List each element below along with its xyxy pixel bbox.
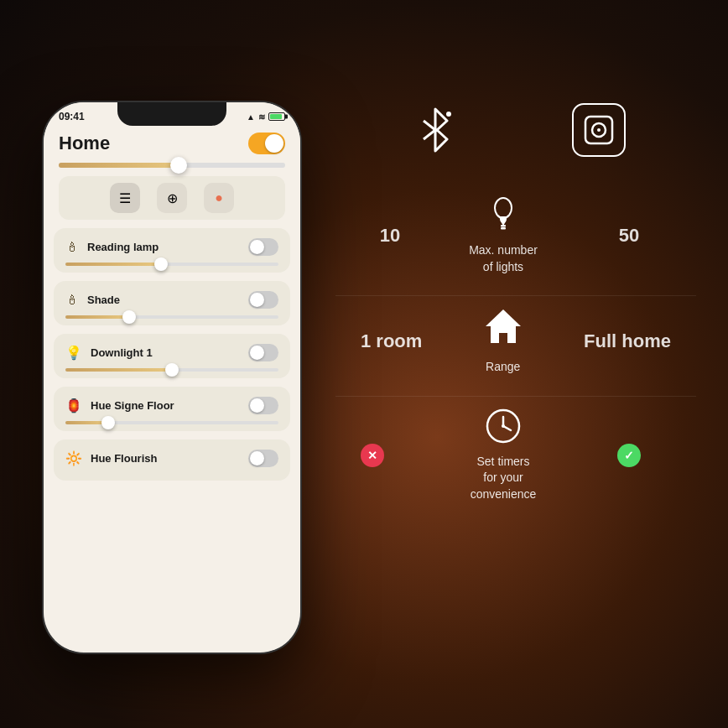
svg-point-3 — [597, 128, 601, 132]
clock-svg — [486, 408, 521, 444]
hue-flourish-name: Hue Flourish — [91, 452, 157, 465]
color-wheel-icon: ⊕ — [167, 190, 178, 206]
device-left-hue-signe: 🏮 Hue Signe Floor — [65, 398, 174, 413]
shade-toggle[interactable] — [248, 291, 278, 309]
signal-icon: ▲ — [247, 112, 255, 122]
device-top-shade: 🕯 Shade — [65, 291, 278, 309]
status-time: 09:41 — [59, 111, 85, 122]
brightness-slider-container — [44, 159, 300, 176]
phone-mockup: 09:41 ▲ ≋ Home — [42, 101, 302, 654]
device-list: 🕯 Reading lamp 🕯 Shade — [44, 228, 300, 489]
range-right-value: Full home — [584, 330, 671, 352]
hue-signe-thumb[interactable] — [101, 416, 115, 429]
tab-list[interactable]: ☰ — [110, 183, 140, 213]
hue-flourish-toggle[interactable] — [248, 450, 278, 467]
tab-color-wheel[interactable]: ⊕ — [157, 183, 187, 213]
device-item-hue-signe: 🏮 Hue Signe Floor — [54, 387, 290, 431]
svg-point-11 — [502, 424, 505, 428]
shade-thumb[interactable] — [122, 310, 136, 324]
device-left-reading-lamp: 🕯 Reading lamp — [65, 240, 159, 255]
device-top-hue-signe: 🏮 Hue Signe Floor — [65, 397, 278, 414]
home-title: Home — [59, 133, 110, 154]
shade-icon: 🕯 — [65, 293, 79, 308]
reading-lamp-fill — [65, 263, 161, 266]
timers-label: Set timers for your convenience — [471, 454, 537, 503]
device-item-hue-flourish: 🔆 Hue Flourish — [54, 439, 290, 481]
device-top-reading-lamp: 🕯 Reading lamp — [65, 238, 278, 256]
phone-frame: 09:41 ▲ ≋ Home — [42, 101, 302, 654]
tab-palette[interactable]: ● — [204, 183, 234, 213]
reading-lamp-name: Reading lamp — [87, 241, 159, 253]
reading-lamp-icon: 🕯 — [65, 240, 79, 255]
bridge-icon-wrap — [572, 103, 626, 157]
range-left-value: 1 room — [361, 330, 422, 352]
reading-lamp-toggle[interactable] — [248, 238, 278, 256]
downlight-toggle[interactable] — [248, 344, 278, 361]
bridge-feature — [572, 103, 626, 157]
bluetooth-icon — [417, 107, 454, 153]
cross-icon: ✕ — [361, 444, 384, 467]
brightness-track[interactable] — [59, 163, 285, 168]
lights-center: Max. number of lights — [419, 196, 587, 275]
downlight-name: Downlight 1 — [91, 346, 153, 359]
connectivity-icons-row — [335, 101, 696, 159]
palette-icon: ● — [215, 190, 223, 205]
hue-signe-toggle[interactable] — [248, 397, 278, 414]
device-item-reading-lamp: 🕯 Reading lamp — [54, 228, 290, 273]
device-left-shade: 🕯 Shade — [65, 293, 120, 308]
brightness-fill — [59, 163, 184, 168]
home-toggle[interactable] — [248, 133, 285, 154]
hue-signe-name: Hue Signe Floor — [91, 399, 174, 412]
features-area: 10 Max. number of lights 50 1 room — [335, 67, 696, 671]
timers-right: ✓ — [587, 444, 671, 467]
bulb-svg — [493, 196, 513, 230]
light-bulb-icon — [493, 196, 513, 236]
brightness-thumb[interactable] — [170, 157, 187, 174]
svg-point-4 — [495, 198, 512, 218]
device-item-downlight: 💡 Downlight 1 — [54, 334, 290, 378]
downlight-slider[interactable] — [65, 368, 278, 372]
device-item-shade: 🕯 Shade — [54, 281, 290, 325]
home-header: Home — [44, 126, 300, 159]
svg-marker-7 — [486, 309, 521, 343]
svg-rect-6 — [501, 227, 506, 230]
svg-point-0 — [446, 112, 451, 117]
reading-lamp-slider[interactable] — [65, 263, 278, 266]
hue-signe-icon: 🏮 — [65, 398, 82, 413]
battery-icon — [268, 112, 285, 121]
downlight-thumb[interactable] — [165, 363, 179, 377]
lights-feature-row: 10 Max. number of lights 50 — [335, 185, 696, 296]
device-left-downlight: 💡 Downlight 1 — [65, 345, 153, 361]
check-icon: ✓ — [617, 444, 641, 467]
tab-bar: ☰ ⊕ ● — [59, 176, 285, 220]
house-svg — [484, 308, 523, 345]
device-left-hue-flourish: 🔆 Hue Flourish — [65, 450, 157, 466]
wifi-icon: ≋ — [258, 112, 265, 122]
range-center-label: Range — [486, 359, 520, 376]
list-icon: ☰ — [119, 190, 131, 206]
svg-rect-5 — [501, 225, 506, 227]
range-center: Range — [422, 308, 584, 376]
shade-fill — [65, 315, 129, 319]
timers-center: Set timers for your convenience — [419, 408, 587, 503]
phone-screen: 09:41 ▲ ≋ Home — [44, 102, 300, 653]
bridge-icon — [584, 115, 614, 145]
downlight-fill — [65, 368, 172, 372]
shade-slider[interactable] — [65, 315, 278, 319]
device-top-downlight: 💡 Downlight 1 — [65, 344, 278, 361]
status-icons: ▲ ≋ — [247, 112, 285, 122]
bluetooth-icon-wrap — [406, 101, 465, 159]
shade-name: Shade — [87, 294, 120, 306]
range-feature-row: 1 room Range Full home — [335, 296, 696, 397]
bluetooth-feature — [406, 101, 465, 159]
hue-signe-slider[interactable] — [65, 421, 278, 424]
clock-icon — [486, 408, 521, 447]
lights-max-value: 50 — [587, 225, 671, 247]
timers-feature-row: ✕ Set timers for your convenience ✓ — [335, 397, 696, 523]
reading-lamp-thumb[interactable] — [154, 257, 168, 271]
timers-left: ✕ — [361, 444, 419, 467]
lights-max-label: Max. number of lights — [469, 242, 538, 275]
house-icon — [484, 308, 523, 352]
lights-min-value: 10 — [361, 225, 419, 247]
phone-notch — [117, 102, 226, 126]
